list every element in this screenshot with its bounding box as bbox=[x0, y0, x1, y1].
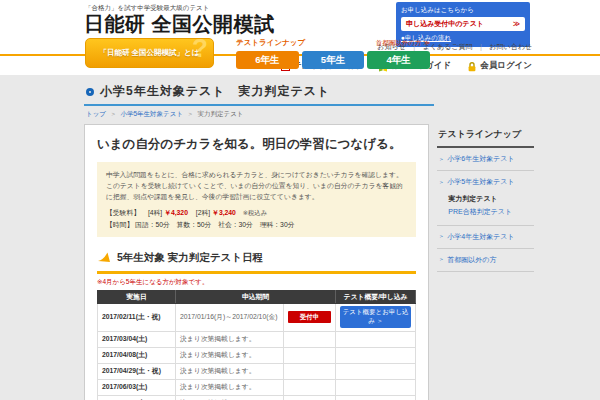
table-row: 2017/04/29(土・祝)決まり次第掲載します。 bbox=[98, 363, 416, 379]
fee-price-4: ￥4,320 bbox=[164, 209, 188, 216]
cell-date: 2017/02/11(土・祝) bbox=[98, 303, 176, 331]
sidebar-list: ＞小学6年生対象テスト＞小学5年生対象テスト実力判定テストPRE合格判定テスト＞… bbox=[437, 148, 534, 272]
cell-date: 2017/04/29(土・祝) bbox=[98, 363, 176, 379]
table-row: 2017/02/11(土・祝)2017/01/16(月)～2017/02/10(… bbox=[98, 303, 416, 331]
outside-metro-link[interactable]: 首都圏以外の方 ≫ bbox=[376, 39, 430, 48]
column-header: テスト概要/申し込み bbox=[336, 290, 416, 303]
breadcrumb-separator: ＞ bbox=[110, 110, 117, 119]
sidebar-link[interactable]: ＞小学4年生対象テスト bbox=[437, 232, 534, 242]
divider: ｜ bbox=[477, 42, 484, 52]
sidebar-link-label: 小学5年生対象テスト bbox=[447, 177, 514, 187]
cell-status bbox=[284, 347, 336, 363]
cell-status: 受付中 bbox=[284, 303, 336, 331]
lineup-head: テストラインナップ 首都圏以外の方 ≫ bbox=[236, 38, 430, 48]
sidebar: テストラインナップ ＞小学6年生対象テスト＞小学5年生対象テスト実力判定テストP… bbox=[437, 124, 534, 272]
lineup-label: テストラインナップ bbox=[236, 38, 305, 48]
header-inner: 「合格力」を試す中学受験最大級のテスト 日能研 全国公開模試 お申し込みはこちら… bbox=[84, 0, 534, 75]
signup-caption: お申し込みはこちらから bbox=[401, 6, 525, 15]
sidebar-link-label: 小学6年生対象テスト bbox=[447, 154, 514, 164]
double-chevron-right-icon: ≫ bbox=[513, 20, 520, 28]
signup-open-tests-button[interactable]: 申し込み受付中のテスト ≫ bbox=[401, 17, 525, 31]
time-label: 【時間】 bbox=[106, 221, 133, 228]
cell-date: 2017/07/01(土) bbox=[98, 395, 176, 400]
cell-period: 決まり次第掲載します。 bbox=[176, 347, 284, 363]
sidebar-subitem-link[interactable]: PRE合格判定テスト bbox=[448, 205, 534, 218]
cell-action bbox=[336, 347, 416, 363]
cell-period: 決まり次第掲載します。 bbox=[176, 331, 284, 347]
sidebar-item: ＞小学5年生対象テスト実力判定テストPRE合格判定テスト bbox=[437, 171, 534, 226]
schedule-header-row: 実施日申込期間テスト概要/申し込み bbox=[98, 290, 416, 303]
schedule-note: ※4月から5年生になる方が対象です。 bbox=[97, 278, 416, 287]
sidebar-link[interactable]: ＞小学6年生対象テスト bbox=[437, 154, 534, 164]
about-test-button[interactable]: 「日能研 全国公開模試」とは ? bbox=[85, 38, 214, 68]
time-line: 【時間】 国語：50分 算数：50分 社会：30分 理科：30分 bbox=[106, 220, 407, 230]
sidebar-link-label: 首都圏以外の方 bbox=[447, 255, 496, 265]
sidebar-link-label: 小学4年生対象テスト bbox=[447, 232, 514, 242]
grade-tab-4年生[interactable]: 4年生 bbox=[367, 51, 430, 69]
schedule-table: 実施日申込期間テスト概要/申し込み 2017/02/11(土・祝)2017/01… bbox=[97, 290, 416, 400]
cell-date: 2017/06/03(土) bbox=[98, 379, 176, 395]
cell-date: 2017/03/04(土) bbox=[98, 331, 176, 347]
breadcrumb-item[interactable]: トップ bbox=[86, 110, 106, 119]
status-badge: 受付中 bbox=[288, 311, 331, 323]
cell-period: 決まり次第掲載します。 bbox=[176, 379, 284, 395]
cell-status bbox=[284, 379, 336, 395]
test-lineup: テストラインナップ 首都圏以外の方 ≫ 6年生5年生4年生 bbox=[236, 38, 430, 69]
page-content: 小学5年生対象テスト 実力判定テスト トップ＞小学5年生対象テスト＞実力判定テス… bbox=[84, 75, 534, 400]
site-logo[interactable]: 日能研 全国公開模試 bbox=[84, 11, 275, 38]
breadcrumb: トップ＞小学5年生対象テスト＞実力判定テスト bbox=[86, 110, 534, 119]
fee-subjects-2: [2科] bbox=[196, 209, 210, 216]
columns: いまの自分のチカラを知る。明日の学習につなげる。 中学入試問題をもとに、合格に求… bbox=[84, 124, 534, 400]
cell-date: 2017/04/08(土) bbox=[98, 347, 176, 363]
grade-tab-5年生[interactable]: 5年生 bbox=[302, 51, 365, 69]
sidebar-subitem-current: 実力判定テスト bbox=[448, 192, 534, 205]
grade-tab-6年生[interactable]: 6年生 bbox=[236, 51, 299, 69]
lock-icon bbox=[467, 61, 477, 72]
table-row: 2017/07/01(土)決まり次第掲載します。 bbox=[98, 395, 416, 400]
fee-tax-note: ※税込み bbox=[243, 209, 267, 216]
column-header: 実施日 bbox=[98, 290, 176, 303]
utility-link[interactable]: お問い合わせ bbox=[489, 42, 532, 52]
page-title: 小学5年生対象テスト 実力判定テスト bbox=[100, 83, 330, 100]
chevron-right-icon: ＞ bbox=[438, 232, 444, 241]
cell-period: 決まり次第掲載します。 bbox=[176, 363, 284, 379]
chevron-right-icon: ＞ bbox=[438, 155, 444, 164]
column-header: 申込期間 bbox=[176, 290, 336, 303]
cell-action bbox=[336, 363, 416, 379]
sidebar-item: ＞首都圏以外の方 bbox=[437, 249, 534, 272]
sidebar-link[interactable]: ＞首都圏以外の方 bbox=[437, 255, 534, 265]
table-row: 2017/06/03(土)決まり次第掲載します。 bbox=[98, 379, 416, 395]
table-row: 2017/04/08(土)決まり次第掲載します。 bbox=[98, 347, 416, 363]
circle-bullet-icon bbox=[86, 88, 94, 96]
schedule-body: 2017/02/11(土・祝)2017/01/16(月)～2017/02/10(… bbox=[98, 303, 416, 400]
fee-label: 【受験料】 bbox=[106, 209, 140, 216]
grade-tabs: 6年生5年生4年生 bbox=[236, 51, 430, 69]
sidebar-sublist: 実力判定テストPRE合格判定テスト bbox=[448, 192, 534, 219]
intro-description: 中学入試問題をもとに、合格に求められるチカラと、身につけておきたいチカラを確認し… bbox=[106, 169, 407, 203]
intro-box: 中学入試問題をもとに、合格に求められるチカラと、身につけておきたいチカラを確認し… bbox=[97, 162, 416, 237]
sidebar-title: テストラインナップ bbox=[437, 124, 534, 148]
breadcrumb-item[interactable]: 小学5年生対象テスト bbox=[120, 110, 183, 119]
time-value: 国語：50分 算数：50分 社会：30分 理科：30分 bbox=[135, 221, 294, 228]
fee-price-2: ￥3,240 bbox=[212, 209, 236, 216]
utility-link[interactable]: よくあるご質問 bbox=[423, 42, 473, 52]
cell-period: 決まり次第掲載します。 bbox=[176, 395, 284, 400]
cell-action bbox=[336, 331, 416, 347]
breadcrumb-separator: ＞ bbox=[187, 110, 194, 119]
swoosh-arrow-icon bbox=[97, 249, 111, 267]
signup-button-label: 申し込み受付中のテスト bbox=[406, 19, 484, 29]
breadcrumb-item: 実力判定テスト bbox=[198, 110, 244, 119]
chevron-right-icon: ＞ bbox=[438, 255, 444, 264]
schedule-heading: 5年生対象 実力判定テスト日程 bbox=[117, 251, 263, 265]
cell-status bbox=[284, 395, 336, 400]
sidebar-link[interactable]: ＞小学5年生対象テスト bbox=[437, 177, 534, 187]
headline: いまの自分のチカラを知る。明日の学習につなげる。 bbox=[97, 136, 416, 153]
sidebar-item: ＞小学4年生対象テスト bbox=[437, 226, 534, 249]
apply-button[interactable]: テスト概要とお申し込み ＞ bbox=[340, 306, 411, 328]
cell-action: テスト概要とお申し込み ＞ bbox=[336, 303, 416, 331]
cell-status bbox=[284, 363, 336, 379]
table-row: 2017/03/04(土)決まり次第掲載します。 bbox=[98, 331, 416, 347]
nav-item-member-login[interactable]: 会員ログイン bbox=[467, 60, 532, 72]
nav-label: 会員ログイン bbox=[480, 60, 532, 72]
cell-action bbox=[336, 395, 416, 400]
